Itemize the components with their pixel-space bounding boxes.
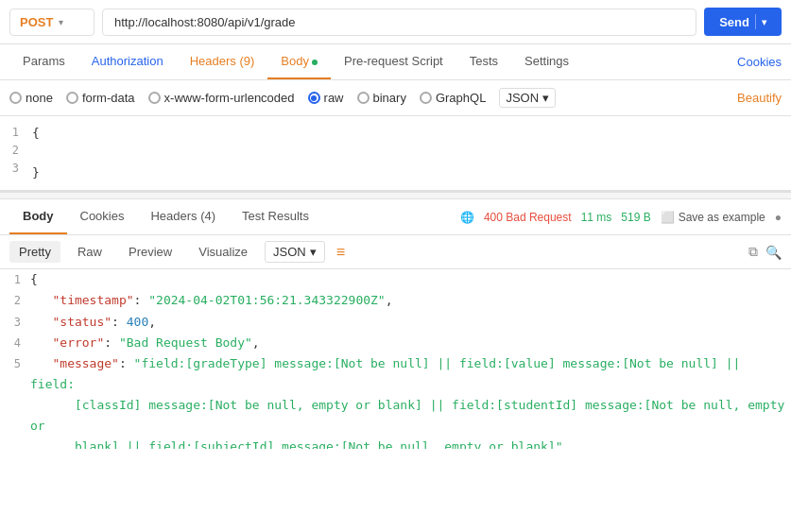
send-divider [755,14,756,29]
format-tab-pretty[interactable]: Pretty [9,241,60,263]
method-chevron-icon: ▾ [59,17,63,27]
send-chevron-icon: ▾ [762,17,766,27]
response-status: 400 Bad Request [484,211,572,224]
request-body-content[interactable]: { } [28,116,791,190]
json-select-label: JSON [506,91,539,105]
tab-authorization[interactable]: Authorization [78,44,177,79]
radio-raw[interactable]: raw [308,91,344,105]
request-tabs: Params Authorization Headers (9) Body Pr… [0,44,791,80]
search-icon[interactable]: 🔍 [765,245,782,260]
resp-line-4: 4 "error": "Bad Request Body", [0,333,791,353]
response-json-label: JSON [273,245,306,259]
resp-tab-body[interactable]: Body [9,199,67,234]
tab-params[interactable]: Params [9,44,78,79]
resp-tab-headers[interactable]: Headers (4) [137,199,229,234]
radio-graphql-circle [420,92,432,104]
response-meta: 🌐 400 Bad Request 11 ms 519 B ⬜ Save as … [460,211,782,224]
response-tabs: Body Cookies Headers (4) Test Results 🌐 … [0,199,791,235]
beautify-button[interactable]: Beautify [737,91,782,105]
radio-graphql[interactable]: GraphQL [420,91,486,105]
cookies-link[interactable]: Cookies [737,45,782,78]
response-json-chevron: ▾ [310,245,317,259]
response-format-bar: Pretty Raw Preview Visualize JSON ▾ ≡ ⧉ … [0,235,791,269]
radio-binary-circle [357,92,370,104]
tab-settings[interactable]: Settings [511,44,582,79]
body-type-bar: none form-data x-www-form-urlencoded raw… [0,80,791,116]
tab-prerequest[interactable]: Pre-request Script [331,44,456,79]
save-example-button[interactable]: ⬜ Save as example [661,211,765,224]
json-select-chevron: ▾ [542,91,549,105]
radio-urlencoded-circle [148,92,161,104]
response-size: 519 B [621,211,650,224]
resp-meta-dot: ● [775,211,782,224]
method-select[interactable]: POST ▾ [9,9,95,36]
method-label: POST [20,15,53,29]
format-tab-visualize[interactable]: Visualize [189,241,257,263]
radio-raw-circle [308,92,320,104]
radio-formdata-circle [66,92,78,104]
format-tab-raw[interactable]: Raw [68,241,112,263]
resp-line-3: 3 "status": 400, [0,312,791,333]
json-format-select[interactable]: JSON ▾ [499,88,556,108]
url-input[interactable] [102,9,696,36]
tab-headers[interactable]: Headers (9) [177,44,268,79]
request-line-numbers: 1 2 3 [0,116,28,190]
resp-line-5: 5 "message": "field:[gradeType] message:… [0,353,791,450]
resp-tab-cookies[interactable]: Cookies [67,199,138,234]
radio-none[interactable]: none [9,91,53,105]
radio-form-data[interactable]: form-data [66,91,135,105]
response-body: 1 { 2 "timestamp": "2024-04-02T01:56:21.… [0,269,791,449]
filter-icon[interactable]: ≡ [336,244,345,261]
resp-line-2: 2 "timestamp": "2024-04-02T01:56:21.3433… [0,290,791,311]
url-bar: POST ▾ Send ▾ [0,0,791,44]
tab-tests[interactable]: Tests [456,44,511,79]
format-tab-preview[interactable]: Preview [119,241,181,263]
radio-binary[interactable]: binary [357,91,406,105]
resp-tab-test-results[interactable]: Test Results [229,199,322,234]
send-button[interactable]: Send ▾ [704,8,782,36]
tab-body[interactable]: Body [267,44,331,79]
send-label: Send [719,15,749,29]
body-dot [312,60,318,65]
response-time: 11 ms [581,211,612,224]
request-body-editor[interactable]: 1 2 3 { } [0,116,791,192]
save-icon: ⬜ [661,211,675,224]
response-json-select[interactable]: JSON ▾ [265,241,325,263]
copy-icon[interactable]: ⧉ [748,244,758,260]
panel-separator [0,192,791,199]
globe-icon: 🌐 [460,211,474,224]
resp-line-1: 1 { [0,269,791,290]
radio-urlencoded[interactable]: x-www-form-urlencoded [148,91,295,105]
radio-none-circle [9,92,22,104]
